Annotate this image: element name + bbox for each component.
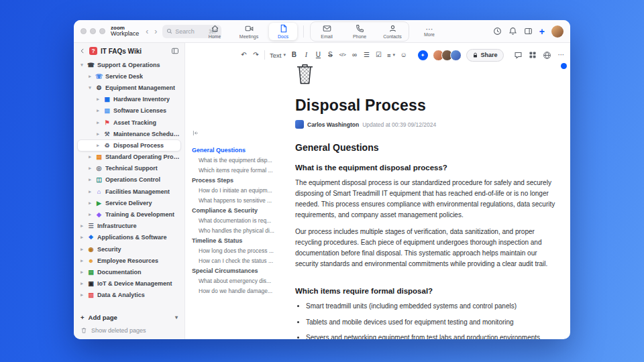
chevron-right-icon[interactable]: ▸ (87, 177, 93, 182)
sidebar-item-hardware-inventory[interactable]: ▸ ▦ Hardware Inventory (74, 94, 184, 105)
toc-item[interactable]: Which items require formal ... (192, 165, 294, 175)
nav-back-icon[interactable]: ‹ (146, 27, 148, 36)
bullet-list-icon[interactable]: ☰ (363, 52, 370, 58)
minimize-button[interactable] (90, 28, 96, 34)
history-icon[interactable] (493, 27, 502, 36)
sidebar-item-documentation[interactable]: ▸ ▤ Documentation (74, 266, 184, 278)
toc-item[interactable]: Who handles the physical di... (192, 225, 294, 235)
chevron-down-icon[interactable]: ▾ (79, 62, 85, 68)
bold-button[interactable]: B (290, 52, 298, 58)
checklist-icon[interactable]: ☑ (375, 52, 382, 58)
chevron-right-icon[interactable]: ▸ (95, 143, 101, 148)
chevron-right-icon[interactable]: ▸ (87, 212, 93, 217)
sidebar-item-data-analytics[interactable]: ▸ ▥ Data & Analytics (74, 290, 184, 301)
chevron-right-icon[interactable]: ▸ (87, 166, 93, 171)
chevron-right-icon[interactable]: ▸ (87, 154, 93, 160)
new-plus-button[interactable]: + (539, 27, 545, 36)
chevron-right-icon[interactable]: ▸ (87, 200, 93, 206)
link-icon[interactable]: ∞ (351, 52, 358, 58)
collapse-outline-icon[interactable] (192, 127, 294, 139)
undo-icon[interactable]: ↶ (240, 52, 248, 58)
show-deleted-pages-button[interactable]: Show deleted pages (80, 327, 178, 334)
toc-section-title[interactable]: Compliance & Security (192, 205, 294, 215)
collaborator-avatar[interactable] (450, 50, 462, 61)
tab-docs[interactable]: Docs (269, 23, 297, 40)
sidebar-item-training-development[interactable]: ▸ ◆ Training & Development (74, 208, 184, 220)
sidebar-item-employee-resources[interactable]: ▸ ☻ Employee Resources (74, 255, 184, 266)
sidebar-item-service-desk[interactable]: ▸ ☏ Service Desk (74, 70, 184, 82)
chevron-right-icon[interactable]: ▸ (79, 223, 85, 229)
toc-item[interactable]: What documentation is req... (192, 215, 294, 225)
italic-button[interactable]: I (303, 52, 310, 58)
chevron-right-icon[interactable]: ▸ (79, 269, 85, 275)
chevron-right-icon[interactable]: ▸ (95, 97, 101, 102)
nav-forward-icon[interactable]: › (154, 27, 157, 36)
tab-phone[interactable]: Phone (345, 23, 374, 40)
sidebar-item-standard-operating-procedures[interactable]: ▸ ▤ Standard Operating Procedures (74, 152, 184, 163)
sidebar-item-equipment-management[interactable]: ▾ ⚙ Equipment Management (74, 82, 184, 93)
tab-contacts[interactable]: Contacts (378, 23, 407, 40)
sidebar-item-technical-support[interactable]: ▸ ◎ Technical Support (74, 163, 184, 174)
chevron-down-icon[interactable]: ▾ (175, 314, 178, 320)
user-avatar[interactable] (551, 25, 564, 38)
sidebar-item-security[interactable]: ▸ ◉ Security (74, 243, 184, 255)
tab-home[interactable]: Home (201, 23, 229, 40)
sidebar-item-applications-software[interactable]: ▸ ❖ Applications & Software (74, 232, 184, 243)
align-dropdown[interactable]: ≡ ▾ (387, 52, 395, 59)
tab-meetings[interactable]: Meetings (235, 23, 263, 40)
more-icon[interactable]: ⋯ (557, 52, 565, 58)
sidebar-item-service-delivery[interactable]: ▸ ▶ Service Delivery (74, 197, 184, 208)
collapse-sidebar-icon[interactable] (171, 47, 179, 55)
sidebar-item-software-licenses[interactable]: ▸ ▤ Software Licenses (74, 105, 184, 117)
chevron-right-icon[interactable]: ▸ (87, 74, 93, 79)
back-icon[interactable] (79, 48, 86, 54)
tab-email[interactable]: Email (313, 23, 341, 40)
chevron-right-icon[interactable]: ▸ (79, 281, 85, 286)
chevron-right-icon[interactable]: ▸ (79, 247, 85, 252)
code-icon[interactable]: </> (339, 52, 346, 58)
toc-item[interactable]: How can I check the status ... (192, 255, 294, 265)
toc-item[interactable]: How do I initiate an equipm... (192, 185, 294, 195)
add-page-button[interactable]: + Add page ▾ (80, 314, 178, 321)
toc-section-title[interactable]: Special Circumstances (192, 265, 294, 276)
chevron-right-icon[interactable]: ▸ (79, 235, 85, 240)
redo-icon[interactable]: ↷ (252, 52, 260, 58)
chevron-down-icon[interactable]: ▾ (87, 85, 93, 90)
sidebar-item-infrastructure[interactable]: ▸ ☰ Infrastructure (74, 221, 184, 232)
toc-item[interactable]: What is the equipment disp... (192, 155, 294, 165)
globe-icon[interactable] (543, 51, 551, 60)
chevron-right-icon[interactable]: ▸ (79, 258, 85, 263)
sidebar-item-operations-control[interactable]: ▸ ◫ Operations Control (74, 174, 184, 186)
apps-grid-icon[interactable] (529, 51, 537, 59)
sidebar-item-asset-tracking[interactable]: ▸ ⚑ Asset Tracking (74, 117, 184, 128)
document-emoji-trash-icon[interactable] (295, 62, 559, 88)
close-button[interactable] (80, 28, 87, 34)
chevron-right-icon[interactable]: ▸ (87, 189, 93, 194)
underline-button[interactable]: U (315, 52, 322, 58)
strikethrough-button[interactable]: S (327, 52, 334, 58)
presence-indicator-dot[interactable] (561, 63, 567, 69)
tab-more[interactable]: ⋯ More (415, 25, 443, 38)
toc-section-title[interactable]: General Questions (192, 145, 294, 155)
chevron-right-icon[interactable]: ▸ (95, 120, 101, 125)
toc-section-title[interactable]: Process Steps (192, 175, 294, 185)
panel-toggle-icon[interactable] (524, 27, 533, 36)
sidebar-item-facilities-management[interactable]: ▸ ⌂ Facilities Management (74, 186, 184, 197)
chevron-right-icon[interactable]: ▸ (95, 131, 101, 137)
share-button[interactable]: Share (466, 49, 504, 62)
sidebar-item-iot-device-management[interactable]: ▸ ▣ IoT & Device Management (74, 278, 184, 290)
toc-item[interactable]: What happens to sensitive ... (192, 195, 294, 205)
author-avatar[interactable] (295, 120, 304, 129)
notifications-bell-icon[interactable] (508, 27, 517, 36)
sidebar-item-maintenance-schedules[interactable]: ▸ ⚒ Maintenance Schedules (74, 128, 184, 139)
zoom-button[interactable] (99, 28, 105, 34)
toc-item[interactable]: What about emergency dis... (192, 276, 294, 286)
text-style-dropdown[interactable]: Text ▾ (270, 52, 286, 59)
ai-companion-icon[interactable]: ✦ (418, 50, 428, 60)
toc-item[interactable]: How long does the process ... (192, 245, 294, 255)
sidebar-item-disposal-process[interactable]: ▸ ♻ Disposal Process (77, 139, 181, 151)
comment-icon[interactable] (514, 51, 523, 60)
sidebar-item-support-operations[interactable]: ▾ ☎ Support & Operations (74, 59, 184, 70)
toc-item[interactable]: How do we handle damage... (192, 286, 294, 296)
emoji-icon[interactable]: ☺ (400, 52, 407, 58)
